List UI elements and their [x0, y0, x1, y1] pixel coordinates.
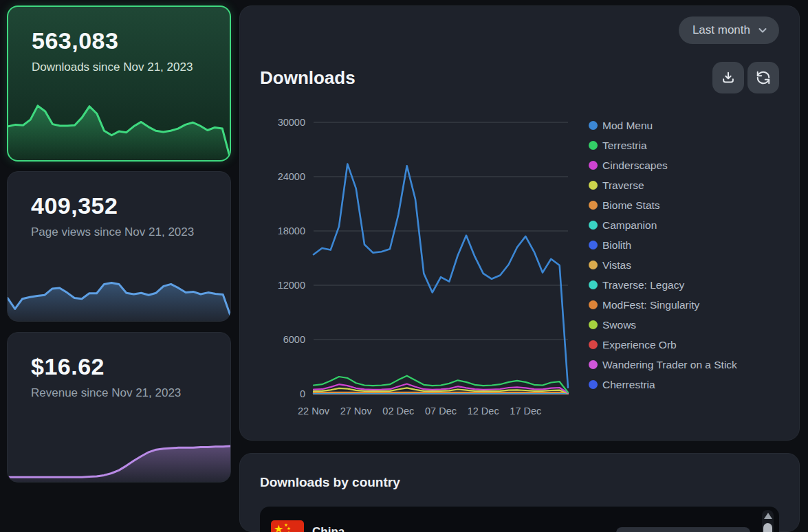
legend-dot-icon [589, 121, 598, 130]
pageviews-total-label: Page views since Nov 21, 2023 [31, 225, 203, 240]
legend-item[interactable]: Mod Menu [589, 115, 737, 135]
analytics-page: 563,083 Downloads since Nov 21, 2023 409… [0, 0, 808, 532]
legend-item[interactable]: Swows [589, 315, 737, 335]
country-row: ★ ★ ★ ★ ★ China [260, 507, 779, 532]
legend-dot-icon [589, 360, 598, 369]
downloads-panel: Last month Downloads [239, 5, 800, 441]
svg-text:★: ★ [287, 530, 291, 532]
downloads-chart: 060001200018000240003000022 Nov27 Nov02 … [260, 109, 586, 421]
legend-label: Experience Orb [602, 339, 677, 351]
downloads-total-label: Downloads since Nov 21, 2023 [32, 60, 204, 75]
legend-dot-icon [589, 340, 598, 349]
legend-label: Mod Menu [602, 120, 653, 132]
panel-head: Downloads [260, 62, 779, 93]
legend-label: Biolith [602, 239, 631, 252]
legend-item[interactable]: Cinderscapes [589, 155, 737, 175]
country-list-scrollbar[interactable] [762, 510, 774, 532]
legend-label: ModFest: Singularity [602, 299, 699, 311]
flag-china-icon: ★ ★ ★ ★ ★ [271, 520, 304, 532]
chart-area: 060001200018000240003000022 Nov27 Nov02 … [260, 109, 779, 421]
legend-item[interactable]: Traverse [589, 175, 737, 195]
scrollbar-thumb[interactable] [763, 523, 772, 532]
refresh-chart-button[interactable] [747, 62, 779, 93]
legend-dot-icon [589, 221, 598, 230]
legend-item[interactable]: Wandering Trader on a Stick [589, 355, 737, 375]
country-list: ★ ★ ★ ★ ★ China [260, 507, 779, 532]
legend-item[interactable]: Traverse: Legacy [589, 275, 737, 295]
download-icon [721, 70, 736, 85]
legend-item[interactable]: Vistas [589, 255, 737, 275]
legend-label: Terrestria [602, 140, 647, 152]
chart-legend: Mod MenuTerrestriaCinderscapesTraverseBi… [589, 115, 737, 421]
downloads-sparkline [8, 100, 230, 160]
stat-card-revenue[interactable]: $16.62 Revenue since Nov 21, 2023 [7, 332, 231, 483]
legend-label: Campanion [602, 219, 657, 232]
svg-text:17 Dec: 17 Dec [510, 406, 541, 417]
legend-label: Vistas [602, 259, 631, 271]
svg-text:22 Nov: 22 Nov [298, 406, 330, 417]
legend-dot-icon [589, 181, 598, 190]
country-progress-bar [616, 527, 750, 532]
legend-item[interactable]: ModFest: Singularity [589, 295, 737, 315]
legend-dot-icon [589, 261, 598, 269]
svg-text:27 Nov: 27 Nov [340, 406, 373, 417]
country-panel-title: Downloads by country [260, 475, 779, 490]
period-row: Last month [260, 16, 779, 44]
chart-toolbar [712, 62, 779, 93]
svg-text:18000: 18000 [278, 225, 305, 236]
legend-item[interactable]: Biome Stats [589, 195, 737, 215]
page-title: Downloads [260, 67, 356, 89]
downloads-total: 563,083 [32, 27, 209, 54]
svg-text:02 Dec: 02 Dec [382, 406, 414, 417]
chevron-down-icon [757, 25, 768, 36]
stat-card-downloads[interactable]: 563,083 Downloads since Nov 21, 2023 [7, 5, 231, 162]
stat-card-pageviews[interactable]: 409,352 Page views since Nov 21, 2023 [7, 171, 231, 322]
main-column: Last month Downloads [239, 5, 800, 532]
legend-item[interactable]: Campanion [589, 215, 737, 235]
legend-label: Wandering Trader on a Stick [602, 359, 737, 371]
revenue-sparkline [8, 427, 230, 482]
legend-dot-icon [589, 300, 598, 309]
refresh-icon [756, 70, 771, 85]
svg-text:★: ★ [274, 523, 283, 532]
legend-dot-icon [589, 161, 598, 170]
legend-label: Swows [602, 319, 636, 331]
revenue-total-label: Revenue since Nov 21, 2023 [31, 386, 203, 401]
svg-text:12 Dec: 12 Dec [468, 406, 499, 417]
revenue-total: $16.62 [31, 353, 210, 380]
legend-dot-icon [589, 141, 598, 150]
legend-dot-icon [589, 280, 598, 289]
legend-dot-icon [589, 380, 598, 389]
pageviews-sparkline [8, 274, 230, 321]
legend-dot-icon [589, 201, 598, 210]
legend-label: Traverse [602, 179, 644, 192]
stats-sidebar: 563,083 Downloads since Nov 21, 2023 409… [7, 5, 231, 532]
pageviews-total: 409,352 [31, 192, 210, 219]
legend-label: Cinderscapes [602, 159, 668, 172]
export-chart-button[interactable] [712, 62, 744, 93]
legend-dot-icon [589, 241, 598, 250]
legend-item[interactable]: Cherrestria [589, 375, 737, 395]
scroll-up-icon[interactable] [764, 513, 772, 519]
country-panel: Downloads by country ★ ★ ★ ★ ★ China [239, 453, 800, 532]
country-name: China [312, 525, 345, 532]
legend-item[interactable]: Experience Orb [589, 335, 737, 355]
period-select-label: Last month [692, 23, 750, 37]
legend-item[interactable]: Terrestria [589, 135, 737, 155]
svg-text:12000: 12000 [278, 280, 305, 291]
legend-label: Biome Stats [602, 199, 660, 212]
svg-text:6000: 6000 [283, 334, 305, 345]
legend-item[interactable]: Biolith [589, 235, 737, 255]
period-select[interactable]: Last month [679, 16, 779, 44]
svg-text:30000: 30000 [278, 117, 305, 128]
svg-text:07 Dec: 07 Dec [425, 406, 457, 417]
legend-label: Cherrestria [602, 379, 655, 391]
legend-label: Traverse: Legacy [602, 279, 684, 291]
svg-text:24000: 24000 [278, 171, 305, 182]
svg-text:0: 0 [300, 388, 305, 399]
legend-dot-icon [589, 320, 598, 329]
